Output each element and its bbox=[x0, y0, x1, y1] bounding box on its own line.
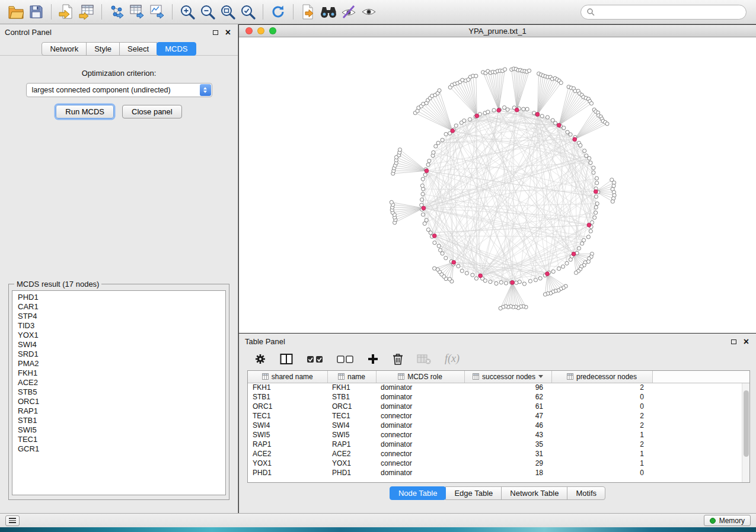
table-cell[interactable]: STB1 bbox=[327, 392, 376, 402]
table-cell[interactable]: PHD1 bbox=[248, 468, 327, 477]
mcds-result-item[interactable]: GCR1 bbox=[18, 444, 220, 454]
table-cell[interactable] bbox=[652, 402, 749, 411]
zoom-selected-button[interactable] bbox=[238, 2, 258, 21]
network-graph[interactable] bbox=[239, 37, 755, 333]
mcds-result-item[interactable]: ORC1 bbox=[18, 397, 220, 406]
table-cell[interactable]: FKH1 bbox=[327, 383, 376, 392]
tab-select[interactable]: Select bbox=[119, 42, 157, 56]
table-cell[interactable]: connector bbox=[376, 430, 464, 440]
mcds-result-item[interactable]: PHD1 bbox=[18, 293, 220, 302]
table-cell[interactable]: dominator bbox=[376, 392, 464, 402]
table-cell[interactable]: 2 bbox=[551, 383, 652, 392]
mcds-result-item[interactable]: SRD1 bbox=[18, 350, 220, 359]
column-header-name[interactable]: name bbox=[327, 371, 376, 383]
table-cell[interactable]: 2 bbox=[551, 411, 652, 421]
table-cell[interactable]: 2 bbox=[551, 421, 652, 430]
table-row[interactable]: SWI5SWI5connector431 bbox=[248, 430, 749, 440]
table-cell[interactable]: connector bbox=[376, 459, 464, 468]
show-columns-button[interactable] bbox=[280, 353, 293, 365]
table-cell[interactable]: 31 bbox=[464, 449, 551, 459]
table-cell[interactable]: ORC1 bbox=[327, 402, 376, 411]
zoom-fit-button[interactable] bbox=[218, 2, 238, 21]
table-cell[interactable]: RAP1 bbox=[248, 440, 327, 449]
mcds-result-item[interactable]: SWI5 bbox=[18, 425, 220, 435]
export-table-button[interactable] bbox=[127, 2, 147, 21]
mcds-result-item[interactable]: CAR1 bbox=[18, 302, 220, 312]
float-panel-icon[interactable] bbox=[213, 30, 218, 35]
tab-motifs[interactable]: Motifs bbox=[567, 486, 605, 500]
export-image-button[interactable] bbox=[147, 2, 167, 21]
table-cell[interactable]: 46 bbox=[464, 421, 551, 430]
table-cell[interactable]: dominator bbox=[376, 402, 464, 411]
mcds-result-item[interactable]: STB1 bbox=[18, 416, 220, 425]
function-builder-button[interactable]: f(x) bbox=[445, 352, 460, 365]
deselect-all-button[interactable] bbox=[337, 353, 353, 365]
table-cell[interactable]: FKH1 bbox=[248, 383, 327, 392]
tab-network-table[interactable]: Network Table bbox=[501, 486, 567, 500]
select-all-button[interactable] bbox=[307, 353, 323, 365]
close-panel-icon[interactable]: × bbox=[225, 30, 231, 36]
run-mcds-button[interactable]: Run MCDS bbox=[56, 105, 114, 118]
table-cell[interactable]: 1 bbox=[551, 449, 652, 459]
mcds-result-item[interactable]: FKH1 bbox=[18, 368, 220, 378]
close-window-icon[interactable] bbox=[245, 27, 253, 34]
table-cell[interactable]: 35 bbox=[464, 440, 551, 449]
zoom-out-button[interactable] bbox=[197, 2, 218, 21]
table-cell[interactable]: dominator bbox=[376, 440, 464, 449]
table-cell[interactable]: SWI4 bbox=[327, 421, 376, 430]
toolbar-search-box[interactable] bbox=[580, 5, 747, 20]
table-cell[interactable]: dominator bbox=[376, 383, 464, 392]
table-cell[interactable]: 0 bbox=[551, 402, 652, 411]
table-cell[interactable]: YOX1 bbox=[248, 459, 327, 468]
table-cell[interactable] bbox=[652, 468, 749, 477]
table-cell[interactable]: ACE2 bbox=[248, 449, 327, 459]
add-column-button[interactable] bbox=[367, 353, 379, 365]
table-cell[interactable]: 18 bbox=[464, 468, 551, 477]
table-row[interactable]: RAP1RAP1dominator352 bbox=[248, 440, 749, 449]
table-cell[interactable]: 47 bbox=[464, 411, 551, 421]
delete-table-button[interactable] bbox=[417, 353, 431, 365]
tab-edge-table[interactable]: Edge Table bbox=[445, 486, 502, 500]
import-table-button[interactable] bbox=[76, 2, 97, 21]
table-cell[interactable]: TEC1 bbox=[327, 411, 376, 421]
table-cell[interactable]: 29 bbox=[464, 459, 551, 468]
table-cell[interactable]: SWI5 bbox=[248, 430, 327, 440]
table-row[interactable]: ACE2ACE2connector311 bbox=[248, 449, 749, 459]
table-cell[interactable]: TEC1 bbox=[248, 411, 327, 421]
table-cell[interactable] bbox=[652, 411, 749, 421]
table-cell[interactable]: ORC1 bbox=[248, 402, 327, 411]
table-row[interactable]: SWI4SWI4dominator462 bbox=[248, 421, 749, 430]
table-row[interactable]: STB1STB1dominator620 bbox=[248, 392, 749, 402]
mcds-result-item[interactable]: SWI4 bbox=[18, 340, 220, 350]
mcds-result-item[interactable]: STP4 bbox=[18, 312, 220, 321]
search-network-button[interactable] bbox=[318, 2, 339, 21]
table-cell[interactable]: ACE2 bbox=[327, 449, 376, 459]
table-row[interactable]: TEC1TEC1connector472 bbox=[248, 411, 749, 421]
table-cell[interactable]: dominator bbox=[376, 421, 464, 430]
mcds-result-item[interactable]: TID3 bbox=[18, 321, 220, 331]
table-cell[interactable] bbox=[652, 392, 749, 402]
table-cell[interactable] bbox=[652, 440, 749, 449]
column-header-successor-nodes[interactable]: successor nodes bbox=[464, 371, 551, 383]
show-panels-button[interactable] bbox=[5, 515, 20, 526]
table-cell[interactable]: YOX1 bbox=[327, 459, 376, 468]
table-cell[interactable]: 1 bbox=[551, 430, 652, 440]
search-input[interactable] bbox=[598, 8, 741, 16]
column-header-shared-name[interactable]: shared name bbox=[248, 371, 327, 383]
table-cell[interactable]: dominator bbox=[376, 468, 464, 477]
close-panel-button[interactable]: Close panel bbox=[122, 105, 182, 118]
mcds-result-item[interactable]: STB5 bbox=[18, 387, 220, 397]
table-cell[interactable]: PHD1 bbox=[327, 468, 376, 477]
table-cell[interactable] bbox=[652, 430, 749, 440]
table-cell[interactable]: SWI4 bbox=[248, 421, 327, 430]
column-header-mcds-role[interactable]: MCDS role bbox=[376, 371, 464, 383]
network-canvas[interactable] bbox=[239, 37, 756, 333]
float-table-panel-icon[interactable] bbox=[731, 339, 736, 344]
hide-graphics-details-button[interactable] bbox=[339, 2, 359, 21]
scrollbar-thumb[interactable] bbox=[744, 390, 749, 457]
import-file-button[interactable] bbox=[56, 2, 76, 21]
mcds-result-item[interactable]: RAP1 bbox=[18, 406, 220, 416]
table-cell[interactable]: 0 bbox=[551, 392, 652, 402]
table-cell[interactable]: STB1 bbox=[248, 392, 327, 402]
export-network-button[interactable] bbox=[107, 2, 127, 21]
